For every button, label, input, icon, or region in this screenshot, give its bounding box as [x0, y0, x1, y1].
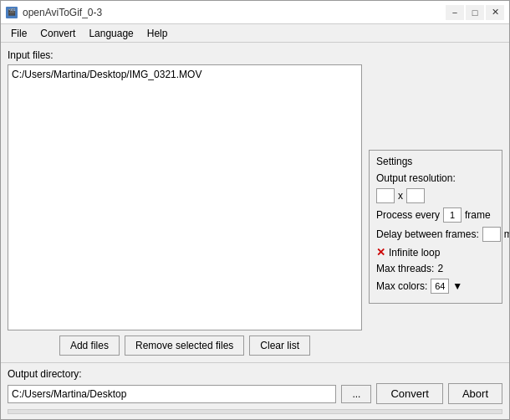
close-button[interactable]: ✕ [486, 5, 504, 20]
settings-title: Settings [376, 156, 495, 167]
output-dir-input[interactable] [8, 385, 336, 403]
max-threads-value: 2 [437, 263, 443, 274]
convert-button[interactable]: Convert [376, 383, 443, 404]
input-files-label: Input files: [8, 49, 362, 61]
add-files-button[interactable]: Add files [59, 335, 120, 356]
delay-input[interactable] [482, 227, 501, 242]
title-bar-left: 🎬 openAviToGif_0-3 [6, 7, 102, 18]
process-every-label: Process every [376, 209, 440, 221]
resolution-width-input[interactable] [376, 188, 395, 203]
infinite-loop-x-icon: ✕ [376, 246, 385, 259]
ms-label: ms [504, 228, 509, 240]
bottom-panel: Output directory: ... Convert Abort [1, 362, 509, 419]
output-dir-row: ... Convert Abort [8, 383, 502, 404]
app-icon: 🎬 [6, 7, 18, 18]
file-list-box[interactable]: C:/Users/Martina/Desktop/IMG_0321.MOV [8, 64, 362, 330]
process-every-row: Process every frame [376, 207, 495, 223]
max-colors-label: Max colors: [376, 280, 427, 292]
maximize-button[interactable]: □ [466, 5, 484, 20]
resolution-x-label: x [398, 190, 403, 202]
left-panel: Input files: C:/Users/Martina/Desktop/IM… [8, 49, 362, 356]
file-entry: C:/Users/Martina/Desktop/IMG_0321.MOV [12, 69, 358, 80]
remove-files-button[interactable]: Remove selected files [125, 335, 244, 356]
max-colors-input[interactable] [431, 279, 449, 294]
infinite-loop-label: Infinite loop [389, 247, 440, 259]
delay-label: Delay between frames: [376, 228, 479, 240]
menu-language[interactable]: Language [82, 26, 140, 41]
output-resolution-inputs: x [376, 188, 495, 203]
menu-bar: File Convert Language Help [1, 24, 509, 43]
process-every-input[interactable] [443, 207, 462, 223]
main-content: Input files: C:/Users/Martina/Desktop/IM… [1, 43, 509, 362]
max-threads-row: Max threads: 2 [376, 263, 495, 274]
max-threads-label: Max threads: [376, 263, 434, 274]
infinite-loop-row: ✕ Infinite loop [376, 246, 495, 259]
output-resolution-row: Output resolution: [376, 172, 495, 184]
progress-bar [8, 409, 502, 414]
title-bar: 🎬 openAviToGif_0-3 − □ ✕ [1, 1, 509, 24]
main-window: 🎬 openAviToGif_0-3 − □ ✕ File Convert La… [0, 0, 510, 420]
browse-button[interactable]: ... [341, 385, 371, 403]
abort-button[interactable]: Abort [448, 383, 502, 404]
menu-convert[interactable]: Convert [33, 26, 82, 41]
settings-group: Settings Output resolution: x Process ev… [369, 150, 502, 304]
clear-list-button[interactable]: Clear list [249, 335, 310, 356]
minimize-button[interactable]: − [446, 5, 464, 20]
frame-label: frame [465, 209, 491, 221]
max-colors-row: Max colors: ▼ [376, 279, 495, 294]
output-dir-label: Output directory: [8, 368, 502, 380]
window-title: openAviToGif_0-3 [23, 7, 102, 18]
max-colors-arrow: ▼ [452, 280, 462, 292]
file-buttons: Add files Remove selected files Clear li… [8, 335, 362, 356]
menu-file[interactable]: File [4, 26, 33, 41]
delay-row: Delay between frames: ms [376, 227, 495, 242]
resolution-height-input[interactable] [406, 188, 425, 203]
menu-help[interactable]: Help [140, 26, 175, 41]
output-resolution-label: Output resolution: [376, 172, 456, 184]
title-controls: − □ ✕ [446, 5, 504, 20]
right-panel: Settings Output resolution: x Process ev… [369, 49, 502, 356]
